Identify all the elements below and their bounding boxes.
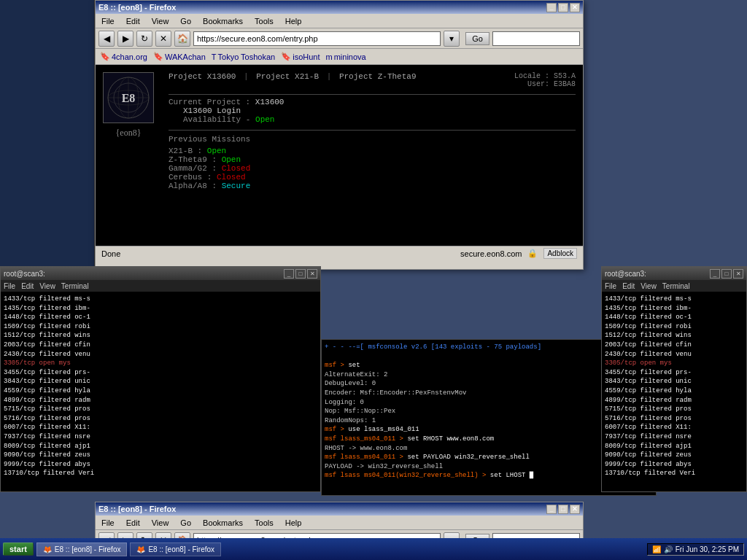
taskbar: start 🦊 E8 :: [eon8] - Firefox 🦊 E8 :: [… — [0, 538, 747, 560]
menu-bookmarks[interactable]: Bookmarks — [200, 15, 246, 27]
adblock-label[interactable]: Adblock — [543, 248, 577, 259]
t-line-15: 6007/tcp filtered X11: — [4, 423, 317, 432]
bookmark-4chan[interactable]: 🔖 4chan.org — [100, 52, 147, 61]
t-line-5: 1512/tcp filtered wins — [4, 331, 317, 341]
bookmark-tokyo[interactable]: T Tokyo Toshokan — [212, 52, 275, 61]
f2-max[interactable]: □ — [558, 505, 568, 514]
terminal-right: root@scan3: _ □ ✕ File Edit View Termina… — [601, 266, 747, 492]
tr-min[interactable]: _ — [710, 269, 720, 279]
f2-menu-tools[interactable]: Tools — [252, 517, 276, 529]
minimize-button[interactable]: _ — [546, 3, 557, 12]
tr-max[interactable]: □ — [721, 269, 732, 279]
tr-line-15: 6007/tcp filtered X11: — [605, 423, 743, 432]
address-input[interactable] — [197, 34, 437, 43]
home-button[interactable]: 🏠 — [174, 31, 190, 47]
f2-menu-go[interactable]: Go — [177, 517, 194, 529]
mission-cerebus-status: Closed — [217, 173, 246, 182]
terminal-close[interactable]: ✕ — [307, 269, 317, 279]
f2-close[interactable]: ✕ — [570, 505, 580, 514]
bookmark-icon-4chan: 🔖 — [100, 52, 110, 61]
t-menu-edit[interactable]: Edit — [21, 282, 34, 290]
current-project: Current Project : X13600 X13600 Login Av… — [169, 98, 576, 124]
tr-line-3: 1448/tcp filtered oc-1 — [605, 313, 743, 322]
firefox-main-window: E8 :: [eon8] - Firefox _ □ ✕ File Edit V… — [95, 0, 584, 270]
f2-menu-view[interactable]: View — [149, 517, 172, 529]
t-line-9: 3455/tcp filtered prs- — [4, 368, 317, 378]
taskbar-right: 📶 🔊 Fri Jun 30, 2:25 PM — [647, 543, 744, 556]
side-panel-left — [0, 0, 95, 270]
go-button[interactable]: Go — [465, 32, 489, 45]
tr-line-10: 3843/tcp filtered unic — [605, 377, 743, 386]
status-domain: secure.eon8.com — [460, 249, 522, 258]
f2-menu-help[interactable]: Help — [282, 517, 305, 529]
taskbar-item-2[interactable]: 🦊 E8 :: [eon8] - Firefox — [130, 542, 221, 556]
forward-button[interactable]: ▶ — [117, 31, 133, 47]
tr-line-19: 9999/tcp filtered abys — [605, 460, 743, 470]
eon8-nav: Project X13600 | Project X21-B | Project… — [169, 72, 417, 88]
back-button[interactable]: ◀ — [98, 31, 115, 47]
menu-file[interactable]: File — [98, 15, 117, 27]
tr-line-14: 5716/tcp filtered pros — [605, 414, 743, 424]
tr-line-12: 4899/tcp filtered radm — [605, 396, 743, 405]
mission-alphaa8-status: Secure — [222, 182, 251, 190]
login-label: X13600 Login — [183, 106, 576, 115]
t-menu-view[interactable]: View — [39, 282, 55, 290]
eon8-info: Locale : S53.A User: E3BA8 — [514, 72, 576, 88]
tr-close[interactable]: ✕ — [733, 269, 743, 279]
close-button[interactable]: ✕ — [570, 3, 580, 12]
start-button[interactable]: start — [3, 542, 34, 556]
tr-line-9: 3455/tcp filtered prs- — [605, 368, 743, 378]
nav-project2[interactable]: Project X21-B — [256, 72, 319, 81]
t-line-20: 13710/tcp filtered Veri — [4, 469, 317, 477]
status-bar: Done secure.eon8.com 🔒 Adblock — [96, 246, 583, 260]
nav-project1[interactable]: Project X13600 — [169, 72, 236, 81]
search-input[interactable] — [496, 34, 576, 42]
nav-project3[interactable]: Project Z-Theta9 — [339, 72, 417, 81]
f2-min[interactable]: _ — [546, 505, 557, 514]
t-menu-terminal[interactable]: Terminal — [61, 282, 89, 290]
t-line-6: 2003/tcp filtered cfin — [4, 341, 317, 350]
status-done: Done — [101, 249, 120, 258]
f2-menu-edit[interactable]: Edit — [123, 517, 143, 529]
tr-menu-terminal[interactable]: Terminal — [662, 282, 690, 290]
bookmark-icon-iso: 🔖 — [281, 52, 291, 61]
eon8-site: E8 {eon8} Project X13600 | Project X21-B… — [96, 65, 583, 246]
reload-button[interactable]: ↻ — [136, 31, 152, 47]
terminal-min[interactable]: _ — [284, 269, 294, 279]
menu-go[interactable]: Go — [177, 15, 194, 27]
eon8-logo: E8 — [103, 72, 154, 123]
terminal-max[interactable]: □ — [295, 269, 306, 279]
bookmark-mininova[interactable]: m mininova — [326, 52, 366, 61]
t-line-8: 3305/tcp open mys — [4, 359, 317, 368]
menu-tools[interactable]: Tools — [252, 15, 276, 27]
toolbar: ◀ ▶ ↻ ✕ 🏠 ▾ Go — [96, 28, 583, 49]
t-line-19: 9999/tcp filtered abys — [4, 460, 317, 470]
bookmark-icon-mini: m — [326, 52, 333, 61]
taskbar-item-1[interactable]: 🦊 E8 :: [eon8] - Firefox — [36, 542, 128, 556]
stop-button[interactable]: ✕ — [155, 31, 171, 47]
bookmark-icon-waka: 🔖 — [153, 52, 163, 61]
terminal-right-controls: _ □ ✕ — [710, 269, 743, 279]
f2-menu-bookmarks[interactable]: Bookmarks — [200, 517, 246, 529]
f2-menu-file[interactable]: File — [98, 517, 117, 529]
bookmark-waka[interactable]: 🔖 WAKAchan — [153, 52, 206, 61]
address-dropdown[interactable]: ▾ — [444, 31, 460, 47]
t-line-18: 9090/tcp filtered zeus — [4, 451, 317, 460]
user-text: User: E3BA8 — [514, 80, 576, 88]
current-project-label: Current Project : — [169, 98, 250, 106]
menu-edit[interactable]: Edit — [123, 15, 143, 27]
availability-value: Open — [255, 115, 274, 124]
menu-help[interactable]: Help — [282, 15, 305, 27]
mission-gammag2: Gamma/G2 : Closed — [169, 164, 576, 173]
tr-menu-view[interactable]: View — [640, 282, 657, 290]
menu-view[interactable]: View — [149, 15, 172, 27]
tr-line-2: 1435/tcp filtered ibm- — [605, 304, 743, 314]
maximize-button[interactable]: □ — [558, 3, 568, 12]
tr-menu-file[interactable]: File — [605, 282, 616, 290]
bookmark-isohunt[interactable]: 🔖 isoHunt — [281, 52, 320, 61]
t-menu-file[interactable]: File — [4, 282, 15, 290]
tr-menu-edit[interactable]: Edit — [622, 282, 635, 290]
mission-cerebus: Cerebus : Closed — [169, 173, 576, 182]
tr-line-8: 3305/tcp open mys — [605, 359, 743, 368]
taskbar-icon-2: 🦊 — [136, 545, 145, 553]
